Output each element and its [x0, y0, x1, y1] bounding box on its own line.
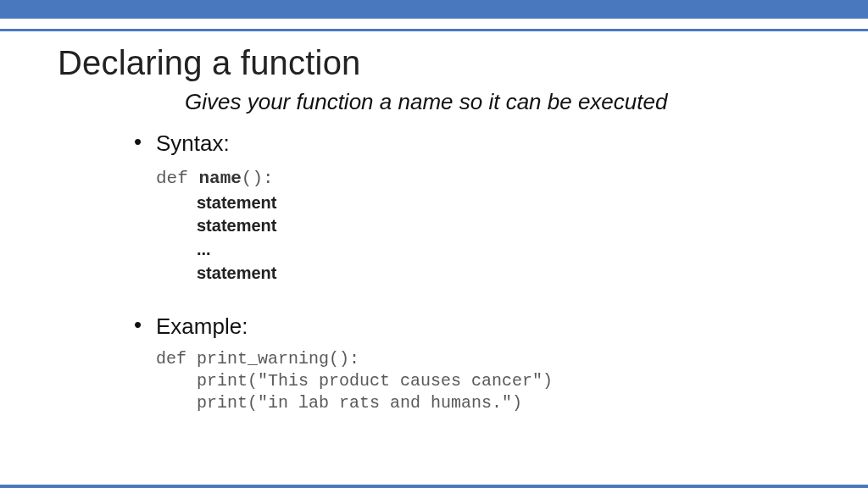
parens-colon: (): [242, 169, 274, 188]
syntax-stmt-1: statement [156, 191, 810, 214]
syntax-stmt-3: statement [156, 261, 810, 285]
example-line-2: print("This product causes cancer") [156, 370, 810, 392]
slide-subtitle: Gives your function a name so it can be … [185, 89, 810, 115]
stmt-text: statement [197, 216, 276, 235]
top-bar-thick [0, 0, 868, 19]
stmt-text: ... [197, 240, 211, 258]
stmt-text: statement [197, 193, 276, 212]
top-bar-thin [0, 29, 868, 31]
def-keyword: def [156, 169, 198, 188]
example-code: def print_warning(): print("This product… [156, 348, 810, 415]
slide: Declaring a function Gives your function… [0, 0, 868, 488]
example-line-3: print("in lab rats and humans.") [156, 392, 810, 414]
example-heading: Example: [134, 313, 810, 340]
syntax-heading: Syntax: [134, 130, 810, 157]
syntax-code: def name(): statement statement ... stat… [156, 165, 810, 285]
syntax-dots: ... [156, 237, 810, 261]
slide-content: Declaring a function Gives your function… [58, 44, 810, 444]
stmt-text: statement [197, 263, 276, 282]
syntax-stmt-2: statement [156, 214, 810, 237]
bottom-bar [0, 485, 868, 488]
example-line-1: def print_warning(): [156, 348, 810, 370]
syntax-line-def: def name(): [156, 165, 810, 191]
func-name-placeholder: name [198, 169, 241, 188]
slide-body: Syntax: def name(): statement statement … [134, 130, 810, 415]
slide-title: Declaring a function [58, 44, 810, 82]
